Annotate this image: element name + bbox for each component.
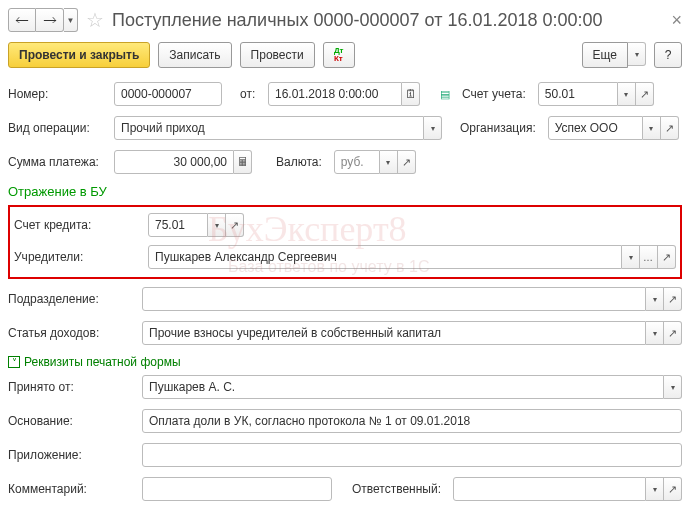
write-button[interactable]: Записать — [158, 42, 231, 68]
back-button[interactable]: 🡐 — [8, 8, 36, 32]
print-requisites-toggle[interactable]: ˅ Реквизиты печатной формы — [8, 355, 682, 369]
income-item-dropdown[interactable]: ▾ — [646, 321, 664, 345]
account-field[interactable]: 50.01 — [538, 82, 618, 106]
account-label: Счет учета: — [462, 87, 526, 101]
responsible-open-icon[interactable]: ↗ — [664, 477, 682, 501]
amount-field[interactable]: 30 000,00 — [114, 150, 234, 174]
received-from-dropdown[interactable]: ▾ — [664, 375, 682, 399]
attachment-field[interactable] — [142, 443, 682, 467]
ref-icon: ▤ — [440, 88, 450, 101]
section-bu-title: Отражение в БУ — [8, 184, 682, 199]
founders-label: Учредители: — [14, 250, 142, 264]
department-dropdown[interactable]: ▾ — [646, 287, 664, 311]
post-and-close-button[interactable]: Провести и закрыть — [8, 42, 150, 68]
close-icon[interactable]: × — [671, 10, 682, 31]
basis-field[interactable]: Оплата доли в УК, согласно протокола № 1… — [142, 409, 682, 433]
income-item-open-icon[interactable]: ↗ — [664, 321, 682, 345]
help-button[interactable]: ? — [654, 42, 682, 68]
income-item-label: Статья доходов: — [8, 326, 136, 340]
comment-label: Комментарий: — [8, 482, 136, 496]
credit-account-dropdown[interactable]: ▾ — [208, 213, 226, 237]
founders-open-icon[interactable]: ↗ — [658, 245, 676, 269]
received-from-label: Принято от: — [8, 380, 136, 394]
account-dropdown[interactable]: ▾ — [618, 82, 636, 106]
from-label: от: — [240, 87, 262, 101]
founders-select-icon[interactable]: … — [640, 245, 658, 269]
favorite-star-icon[interactable]: ☆ — [86, 8, 104, 32]
dt-kt-button[interactable]: ДтКт — [323, 42, 355, 68]
currency-field: руб. — [334, 150, 380, 174]
org-dropdown[interactable]: ▾ — [643, 116, 661, 140]
date-field[interactable]: 16.01.2018 0:00:00 — [268, 82, 402, 106]
page-title: Поступление наличных 0000-000007 от 16.0… — [112, 10, 665, 31]
op-type-dropdown[interactable]: ▾ — [424, 116, 442, 140]
department-field[interactable] — [142, 287, 646, 311]
op-type-label: Вид операции: — [8, 121, 108, 135]
received-from-field[interactable]: Пушкарев А. С. — [142, 375, 664, 399]
department-label: Подразделение: — [8, 292, 136, 306]
number-label: Номер: — [8, 87, 108, 101]
amount-label: Сумма платежа: — [8, 155, 108, 169]
org-label: Организация: — [460, 121, 536, 135]
currency-label: Валюта: — [276, 155, 322, 169]
attachment-label: Приложение: — [8, 448, 136, 462]
forward-button[interactable]: 🡒 — [36, 8, 64, 32]
op-type-field[interactable]: Прочий приход — [114, 116, 424, 140]
basis-label: Основание: — [8, 414, 136, 428]
org-field[interactable]: Успех ООО — [548, 116, 643, 140]
more-button[interactable]: Еще — [582, 42, 628, 68]
founders-dropdown[interactable]: ▾ — [622, 245, 640, 269]
credit-account-open-icon[interactable]: ↗ — [226, 213, 244, 237]
currency-dropdown[interactable]: ▾ — [380, 150, 398, 174]
responsible-dropdown[interactable]: ▾ — [646, 477, 664, 501]
credit-account-field[interactable]: 75.01 — [148, 213, 208, 237]
responsible-label: Ответственный: — [352, 482, 441, 496]
founders-field[interactable]: Пушкарев Александр Сергеевич — [148, 245, 622, 269]
account-open-icon[interactable]: ↗ — [636, 82, 654, 106]
calculator-icon[interactable]: 🖩 — [234, 150, 252, 174]
comment-field[interactable] — [142, 477, 332, 501]
income-item-field[interactable]: Прочие взносы учредителей в собственный … — [142, 321, 646, 345]
nav-dropdown[interactable]: ▼ — [64, 8, 78, 32]
chevron-down-icon: ˅ — [8, 356, 20, 368]
credit-account-label: Счет кредита: — [14, 218, 142, 232]
print-requisites-label: Реквизиты печатной формы — [24, 355, 181, 369]
number-field[interactable]: 0000-000007 — [114, 82, 222, 106]
currency-open-icon[interactable]: ↗ — [398, 150, 416, 174]
org-open-icon[interactable]: ↗ — [661, 116, 679, 140]
responsible-field[interactable] — [453, 477, 646, 501]
department-open-icon[interactable]: ↗ — [664, 287, 682, 311]
post-button[interactable]: Провести — [240, 42, 315, 68]
calendar-icon[interactable]: 🗓 — [402, 82, 420, 106]
more-dropdown[interactable]: ▾ — [628, 42, 646, 66]
highlight-box: Счет кредита: 75.01 ▾ ↗ Учредители: Пушк… — [8, 205, 682, 279]
